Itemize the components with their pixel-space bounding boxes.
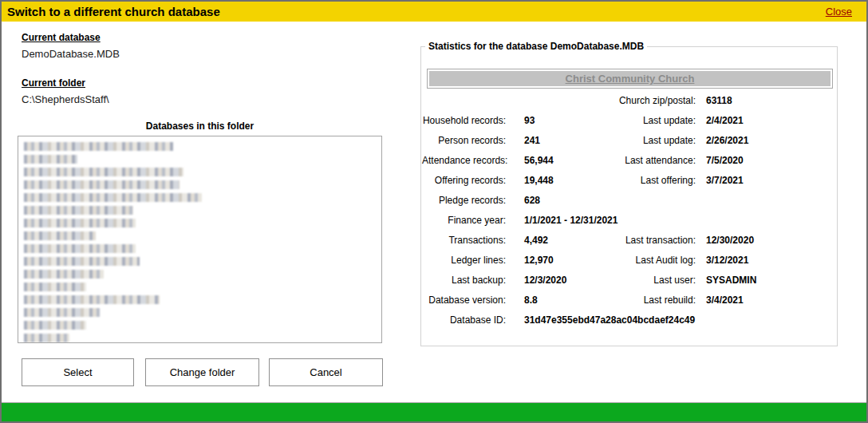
stat-label-left: Transactions: [422,231,506,251]
status-bar [2,402,866,421]
redacted-database-name [24,219,136,227]
close-link[interactable]: Close [826,6,852,18]
stat-label-left: Ledger lines: [422,251,506,271]
stat-value-left: 241 [524,131,540,151]
stat-label-left: Pledge records: [422,191,506,211]
stat-label-left: Database version: [422,291,506,310]
redacted-database-name [24,180,180,189]
stat-value-right: 2/4/2021 [706,111,744,131]
redacted-database-name [24,334,69,342]
stat-label-right: Last update: [552,131,696,151]
database-list-item[interactable] [24,219,378,231]
databases-listbox[interactable] [18,136,382,343]
stat-value-left: 1/1/2021 - 12/31/2021 [524,211,617,231]
redacted-database-name [24,308,100,317]
current-database-value: DemoDatabase.MDB [22,48,120,60]
redacted-database-name [24,231,96,240]
stat-value-left: 31d47e355ebd47a28ac04bcdaef24c49 [524,310,695,330]
stat-value-left: 628 [524,191,540,211]
switch-database-dialog: Switch to a different church database Cl… [0,0,868,423]
redacted-database-name [24,257,140,266]
statistics-row: Database version: 8.8 Last rebuild: 3/4/… [422,291,833,310]
database-list-item[interactable] [24,283,378,295]
stat-value-left: 8.8 [524,291,538,310]
statistics-row: Transactions: 4,492 Last transaction: 12… [422,231,833,251]
database-list-item[interactable] [24,180,378,192]
stat-label-left: Person records: [422,131,506,151]
stat-value-right: 12/30/2020 [706,231,754,251]
database-list-item[interactable] [24,270,378,282]
statistics-row: Household records: 93 Last update: 2/4/2… [422,111,833,131]
database-list-item[interactable] [24,321,378,333]
stat-value-right: 3/12/2021 [706,251,748,271]
statistics-group-label: Statistics for the database DemoDatabase… [425,41,647,52]
stat-value-left: 56,944 [524,151,554,171]
statistics-row: Offering records: 19,448 Last offering: … [422,171,833,191]
stat-value-right: SYSADMIN [706,271,756,291]
databases-list-label: Databases in this folder [18,121,382,132]
statistics-row: Attendance records: 56,944 Last attendan… [422,151,833,171]
statistics-row: Pledge records: 628 [422,191,833,211]
redacted-database-name [24,193,202,202]
stat-value-left: 19,448 [524,171,554,191]
redacted-database-name [24,206,133,215]
database-list-item[interactable] [24,193,378,205]
current-database-label: Current database [22,32,101,43]
database-list-item[interactable] [24,334,378,343]
database-list-item[interactable] [24,308,378,320]
statistics-row: Person records: 241 Last update: 2/26/20… [422,131,833,151]
dialog-titlebar: Switch to a different church database Cl… [2,2,866,22]
stat-value-right: 7/5/2020 [706,151,744,171]
database-list-item[interactable] [24,231,378,243]
church-name: Christ Community Church [429,71,831,86]
stat-value-right: 2/26/2021 [706,131,748,151]
database-list-item[interactable] [24,142,378,154]
database-list-item[interactable] [24,168,378,180]
redacted-database-name [24,142,173,151]
database-list-item[interactable] [24,244,378,256]
stat-value-right: 63118 [706,91,732,111]
stat-value-left: 12,970 [524,251,554,271]
stat-label-left: Finance year: [422,211,506,231]
current-folder-value: C:\ShepherdsStaff\ [22,93,109,105]
stat-label-right: Last transaction: [552,231,696,251]
dialog-title: Switch to a different church database [7,5,220,18]
redacted-database-name [24,155,77,164]
stat-label-right: Last offering: [552,171,696,191]
statistics-row: Church zip/postal: 63118 [422,91,833,111]
stat-label-right: Church zip/postal: [552,91,696,111]
redacted-database-name [24,244,136,253]
church-name-banner: Christ Community Church [427,69,833,89]
redacted-database-name [24,168,183,176]
stat-value-right: 3/7/2021 [706,171,744,191]
redacted-database-name [24,321,86,330]
redacted-database-name [24,295,160,304]
database-list-item[interactable] [24,257,378,269]
stat-label-right: Last update: [552,111,696,131]
stat-label-right: Last user: [552,271,696,291]
cancel-button[interactable]: Cancel [269,358,383,386]
stat-label-left: Database ID: [422,310,506,330]
select-button[interactable]: Select [22,358,134,386]
statistics-row: Last backup: 12/3/2020 Last user: SYSADM… [422,271,833,291]
statistics-row: Finance year: 1/1/2021 - 12/31/2021 [422,211,833,231]
stat-value-left: 93 [524,111,535,131]
stat-label-left: Offering records: [422,171,506,191]
change-folder-button[interactable]: Change folder [145,358,259,386]
database-list-item[interactable] [24,155,378,167]
statistics-row: Database ID: 31d47e355ebd47a28ac04bcdaef… [422,310,833,330]
stat-label-left: Household records: [422,111,506,131]
stat-label-right: Last attendance: [552,151,696,171]
database-list-item[interactable] [24,206,378,218]
stat-value-left: 4,492 [524,231,548,251]
stat-label-right: Last rebuild: [552,291,696,310]
statistics-rows: Church zip/postal: 63118 Household recor… [422,91,833,330]
redacted-database-name [24,283,86,291]
stat-label-left: Last backup: [422,271,506,291]
database-list-item[interactable] [24,295,378,307]
statistics-row: Ledger lines: 12,970 Last Audit log: 3/1… [422,251,833,271]
stat-value-right: 3/4/2021 [706,291,744,310]
current-folder-label: Current folder [22,77,85,89]
stat-label-left: Attendance records: [422,151,506,171]
redacted-database-name [24,270,104,279]
